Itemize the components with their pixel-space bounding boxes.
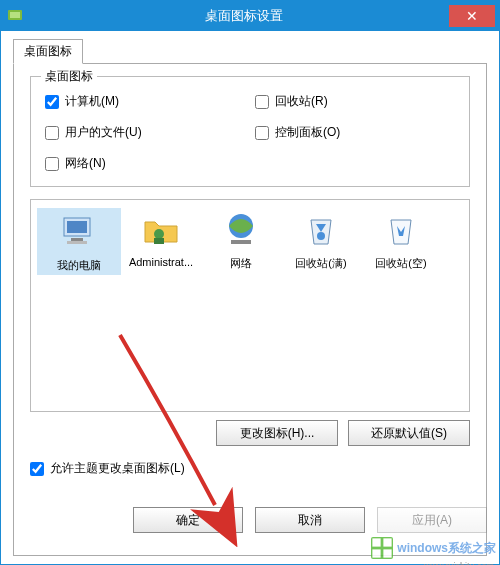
icon-label-admin: Administrat... <box>121 256 201 268</box>
checkbox-grid: 计算机(M) 回收站(R) 用户的文件(U) 控制面板(O) <box>45 93 455 172</box>
titlebar: 桌面图标设置 ✕ <box>1 1 499 31</box>
recycle-empty-icon <box>381 210 421 250</box>
checkbox-network[interactable]: 网络(N) <box>45 155 245 172</box>
network-icon <box>221 210 261 250</box>
svg-rect-7 <box>154 238 164 244</box>
desktop-icons-group: 桌面图标 计算机(M) 回收站(R) 用户的文件(U) <box>30 76 470 187</box>
checkbox-recycle-input[interactable] <box>255 95 269 109</box>
icon-label-mycomputer: 我的电脑 <box>39 258 119 273</box>
tab-strip: 桌面图标 <box>13 41 487 63</box>
checkbox-computer[interactable]: 计算机(M) <box>45 93 245 110</box>
checkbox-theme-input[interactable] <box>30 462 44 476</box>
checkbox-computer-label: 计算机(M) <box>65 93 119 110</box>
checkbox-theme-label: 允许主题更改桌面图标(L) <box>50 460 185 477</box>
checkbox-userfiles-label: 用户的文件(U) <box>65 124 142 141</box>
checkbox-recycle[interactable]: 回收站(R) <box>255 93 455 110</box>
icon-label-recycle-empty: 回收站(空) <box>361 256 441 271</box>
dialog-window: 桌面图标设置 ✕ 桌面图标 桌面图标 计算机(M) 回收站(R) <box>0 0 500 565</box>
icon-item-recycle-empty[interactable]: 回收站(空) <box>361 208 441 271</box>
window-title: 桌面图标设置 <box>0 7 499 25</box>
icon-item-mycomputer[interactable]: 我的电脑 <box>37 208 121 275</box>
close-icon: ✕ <box>466 9 478 23</box>
svg-rect-3 <box>67 221 87 233</box>
checkbox-network-label: 网络(N) <box>65 155 106 172</box>
icon-buttons-row: 更改图标(H)... 还原默认值(S) <box>30 420 470 446</box>
svg-rect-9 <box>231 240 251 244</box>
restore-default-button[interactable]: 还原默认值(S) <box>348 420 470 446</box>
checkbox-network-input[interactable] <box>45 157 59 171</box>
watermark-sub: www.ruishitu.com <box>424 561 494 565</box>
icon-item-admin[interactable]: Administrat... <box>121 208 201 268</box>
svg-point-10 <box>317 232 325 240</box>
checkbox-userfiles-input[interactable] <box>45 126 59 140</box>
svg-rect-4 <box>71 238 83 241</box>
dialog-buttons-row: 确定 取消 应用(A) <box>150 507 470 533</box>
computer-icon <box>59 212 99 252</box>
apply-button[interactable]: 应用(A) <box>377 507 487 533</box>
tab-page: 桌面图标 计算机(M) 回收站(R) 用户的文件(U) <box>13 63 487 556</box>
dialog-body: 桌面图标 桌面图标 计算机(M) 回收站(R) 用户的文件(U) <box>1 31 499 564</box>
user-folder-icon <box>141 210 181 250</box>
ok-button[interactable]: 确定 <box>133 507 243 533</box>
tab-desktop-icons[interactable]: 桌面图标 <box>13 39 83 64</box>
checkbox-userfiles[interactable]: 用户的文件(U) <box>45 124 245 141</box>
checkbox-computer-input[interactable] <box>45 95 59 109</box>
checkbox-controlpanel-input[interactable] <box>255 126 269 140</box>
icon-label-network: 网络 <box>201 256 281 271</box>
checkbox-controlpanel-label: 控制面板(O) <box>275 124 340 141</box>
checkbox-recycle-label: 回收站(R) <box>275 93 328 110</box>
svg-rect-5 <box>67 241 87 244</box>
icon-item-recycle-full[interactable]: 回收站(满) <box>281 208 361 271</box>
checkbox-theme[interactable]: 允许主题更改桌面图标(L) <box>30 460 470 477</box>
cancel-button[interactable]: 取消 <box>255 507 365 533</box>
change-icon-button[interactable]: 更改图标(H)... <box>216 420 338 446</box>
group-legend: 桌面图标 <box>41 68 97 85</box>
svg-point-6 <box>154 229 164 239</box>
recycle-full-icon <box>301 210 341 250</box>
icon-item-network[interactable]: 网络 <box>201 208 281 271</box>
icon-list[interactable]: 我的电脑 Administrat... 网络 <box>30 199 470 412</box>
icon-label-recycle-full: 回收站(满) <box>281 256 361 271</box>
checkbox-controlpanel[interactable]: 控制面板(O) <box>255 124 455 141</box>
close-button[interactable]: ✕ <box>449 5 495 27</box>
